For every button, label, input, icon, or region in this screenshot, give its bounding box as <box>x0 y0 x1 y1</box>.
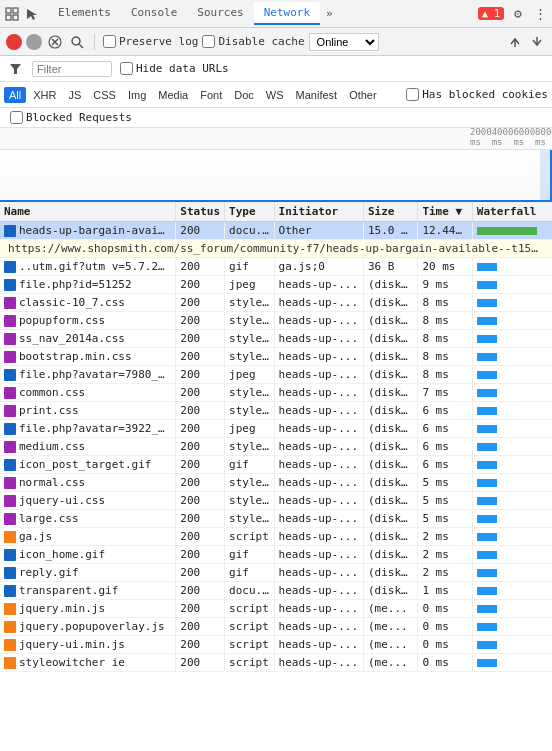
cell-time: 0 ms <box>418 600 472 618</box>
type-btn-doc[interactable]: Doc <box>229 87 259 103</box>
table-row[interactable]: popupform.css200styles...heads-up-...(di… <box>0 312 552 330</box>
table-row[interactable]: icon_home.gif200gifheads-up-...(disk ...… <box>0 546 552 564</box>
disable-cache-input[interactable] <box>202 35 215 48</box>
tab-console[interactable]: Console <box>121 2 187 25</box>
hide-data-urls-input[interactable] <box>120 62 133 75</box>
throttle-select[interactable]: Online Fast 3G Slow 3G Offline <box>309 33 379 51</box>
record-button[interactable] <box>6 34 22 50</box>
cell-waterfall <box>472 420 552 438</box>
cell-waterfall <box>472 456 552 474</box>
more-options-icon[interactable]: ⋮ <box>532 6 548 22</box>
table-row[interactable]: bootstrap.min.css200styles...heads-up-..… <box>0 348 552 366</box>
tab-elements[interactable]: Elements <box>48 2 121 25</box>
table-row[interactable]: jquery-ui.min.js200scriptheads-up-...(me… <box>0 636 552 654</box>
cell-size: 36 B <box>363 258 417 276</box>
cell-initiator: Other <box>274 222 363 240</box>
type-btn-font[interactable]: Font <box>195 87 227 103</box>
tab-network[interactable]: Network <box>254 2 320 25</box>
cell-waterfall <box>472 582 552 600</box>
table-row[interactable]: jquery.popupoverlay.js200scriptheads-up-… <box>0 618 552 636</box>
table-row[interactable]: file.php?id=51252200jpegheads-up-...(dis… <box>0 276 552 294</box>
table-row[interactable]: styleowitcher ie200scriptheads-up-...(me… <box>0 654 552 672</box>
table-row[interactable]: transparent.gif200docu...heads-up-...(di… <box>0 582 552 600</box>
cell-size: (disk ... <box>363 438 417 456</box>
preserve-log-input[interactable] <box>103 35 116 48</box>
cell-type: styles... <box>225 474 275 492</box>
svg-point-8 <box>72 37 80 45</box>
inspect-icon[interactable] <box>4 6 20 22</box>
table-row[interactable]: icon_post_target.gif200gifheads-up-...(d… <box>0 456 552 474</box>
cell-waterfall <box>472 294 552 312</box>
preserve-log-checkbox[interactable]: Preserve log <box>103 35 198 48</box>
table-row[interactable]: ga.js200scriptheads-up-...(disk ...2 ms <box>0 528 552 546</box>
cell-name: file.php?avatar=3922_1... <box>0 420 176 438</box>
cell-status: 200 <box>176 492 225 510</box>
cell-size: (disk ... <box>363 330 417 348</box>
type-btn-xhr[interactable]: XHR <box>28 87 61 103</box>
blocked-requests-checkbox[interactable]: Blocked Requests <box>10 111 132 124</box>
cell-time: 2 ms <box>418 564 472 582</box>
settings-icon[interactable]: ⚙ <box>510 6 526 22</box>
col-header-size[interactable]: Size <box>363 202 417 222</box>
table-row[interactable]: jquery.min.js200scriptheads-up-...(me...… <box>0 600 552 618</box>
type-btn-other[interactable]: Other <box>344 87 382 103</box>
type-btn-js[interactable]: JS <box>63 87 86 103</box>
col-header-waterfall[interactable]: Waterfall <box>472 202 552 222</box>
has-blocked-label[interactable]: Has blocked cookies <box>406 88 548 101</box>
cell-waterfall <box>472 258 552 276</box>
cell-size: (me... <box>363 618 417 636</box>
filter-icon[interactable] <box>6 60 24 78</box>
tab-sources[interactable]: Sources <box>187 2 253 25</box>
col-header-initiator[interactable]: Initiator <box>274 202 363 222</box>
network-table[interactable]: Name Status Type Initiator Size Time ▼ W… <box>0 202 552 749</box>
tab-more[interactable]: » <box>320 3 339 24</box>
search-icon[interactable] <box>68 33 86 51</box>
cell-time: 8 ms <box>418 348 472 366</box>
cell-time: 6 ms <box>418 402 472 420</box>
type-btn-ws[interactable]: WS <box>261 87 289 103</box>
type-btn-img[interactable]: Img <box>123 87 151 103</box>
cell-time: 0 ms <box>418 636 472 654</box>
table-row[interactable]: classic-10_7.css200styles...heads-up-...… <box>0 294 552 312</box>
type-btn-all[interactable]: All <box>4 87 26 103</box>
cell-status: 200 <box>176 438 225 456</box>
filter-input[interactable] <box>32 61 112 77</box>
table-row[interactable]: reply.gif200gifheads-up-...(disk ...2 ms <box>0 564 552 582</box>
table-row[interactable]: medium.css200styles...heads-up-...(disk … <box>0 438 552 456</box>
cell-waterfall <box>472 438 552 456</box>
cell-size: (disk ... <box>363 510 417 528</box>
cell-type: jpeg <box>225 276 275 294</box>
cell-initiator: heads-up-... <box>274 420 363 438</box>
cursor-icon[interactable] <box>24 6 40 22</box>
table-row[interactable]: large.css200styles...heads-up-...(disk .… <box>0 510 552 528</box>
table-row[interactable]: ss_nav_2014a.css200styles...heads-up-...… <box>0 330 552 348</box>
table-row[interactable]: heads-up-bargain-avai...200docu...Other1… <box>0 222 552 240</box>
download-icon[interactable] <box>528 33 546 51</box>
table-row[interactable]: ..utm.gif?utm v=5.7.2...200gifga.js;036 … <box>0 258 552 276</box>
col-header-type[interactable]: Type <box>225 202 275 222</box>
type-btn-manifest[interactable]: Manifest <box>291 87 343 103</box>
table-row[interactable]: file.php?avatar=3922_1...200jpegheads-up… <box>0 420 552 438</box>
cell-time: 6 ms <box>418 456 472 474</box>
table-row[interactable]: common.css200styles...heads-up-...(disk … <box>0 384 552 402</box>
hide-data-urls-checkbox[interactable]: Hide data URLs <box>120 62 229 75</box>
upload-icon[interactable] <box>506 33 524 51</box>
col-header-name[interactable]: Name <box>0 202 176 222</box>
cell-time: 5 ms <box>418 492 472 510</box>
stop-button[interactable] <box>26 34 42 50</box>
col-header-time[interactable]: Time ▼ <box>418 202 472 222</box>
type-btn-css[interactable]: CSS <box>88 87 121 103</box>
cell-initiator: heads-up-... <box>274 546 363 564</box>
table-row[interactable]: jquery-ui.css200styles...heads-up-...(di… <box>0 492 552 510</box>
col-header-status[interactable]: Status <box>176 202 225 222</box>
blocked-requests-input[interactable] <box>10 111 23 124</box>
table-row[interactable]: normal.css200styles...heads-up-...(disk … <box>0 474 552 492</box>
cell-name: icon_post_target.gif <box>0 456 176 474</box>
filter-bar: Hide data URLs <box>0 56 552 82</box>
type-btn-media[interactable]: Media <box>153 87 193 103</box>
table-row[interactable]: print.css200styles...heads-up-...(disk .… <box>0 402 552 420</box>
clear-icon[interactable] <box>46 33 64 51</box>
table-row[interactable]: file.php?avatar=7980_1...200jpegheads-up… <box>0 366 552 384</box>
has-blocked-input[interactable] <box>406 88 419 101</box>
disable-cache-checkbox[interactable]: Disable cache <box>202 35 304 48</box>
